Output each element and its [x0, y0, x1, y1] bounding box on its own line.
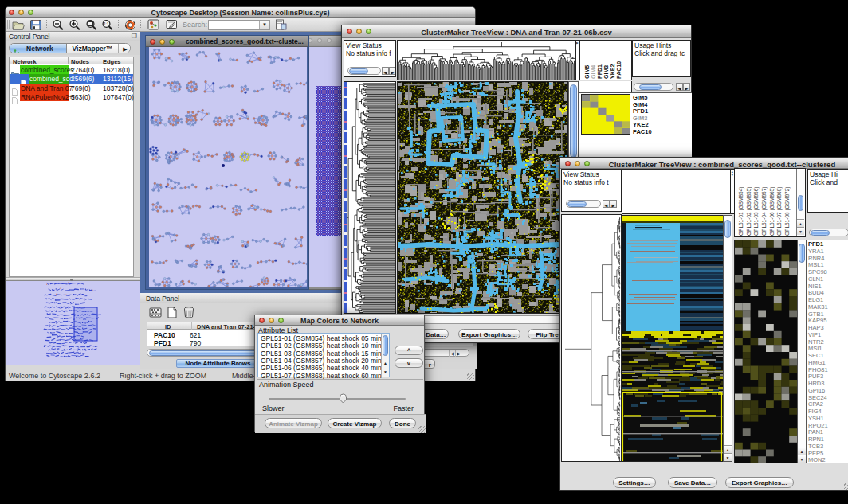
svg-text:1:1: 1:1	[104, 22, 109, 26]
